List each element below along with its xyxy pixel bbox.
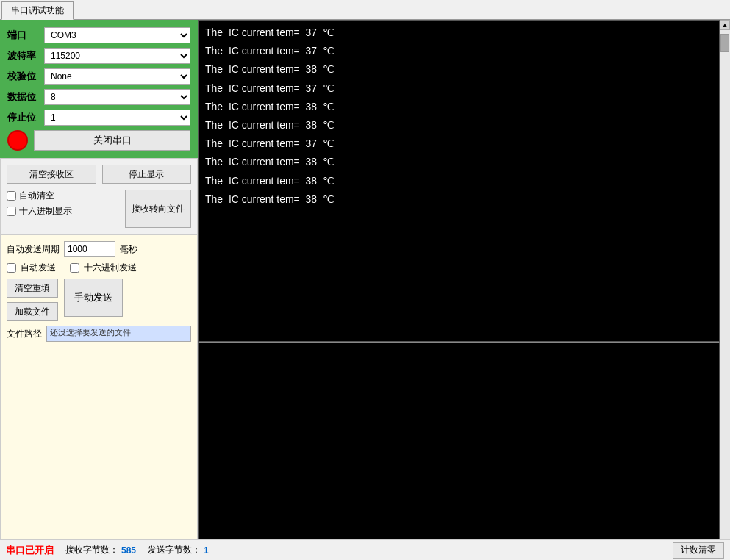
hex-display-label: 十六进制显示	[19, 205, 72, 218]
send-controls-panel: 自动发送周期 毫秒 自动发送 十六进制发送 清空重填 加载文件	[0, 234, 198, 559]
receive-btn-row: 清空接收区 停止显示	[7, 165, 191, 184]
left-panel: 端口 COM3 波特率 115200 校验位 None 数据位	[0, 20, 198, 559]
send-bytes-value: 1	[204, 545, 209, 556]
recv-bytes-label: 接收字节数：	[65, 544, 118, 556]
auto-clear-checkbox[interactable]	[7, 191, 16, 201]
data-line: The IC current tem= 38 ℃	[205, 172, 713, 190]
tab-serial-debug[interactable]: 串口调试功能	[1, 1, 74, 20]
ms-label: 毫秒	[120, 243, 137, 256]
data-line: The IC current tem= 37 ℃	[205, 24, 713, 42]
hex-send-label: 十六进制发送	[84, 262, 137, 274]
databits-label: 数据位	[7, 90, 44, 104]
period-label: 自动发送周期	[7, 243, 60, 256]
scroll-up-arrow[interactable]: ▲	[720, 20, 730, 30]
stopbits-select[interactable]: 1	[44, 110, 190, 126]
serial-open-status: 串口已开启	[6, 544, 54, 557]
port-row: 端口 COM3	[7, 27, 190, 43]
close-port-button[interactable]: 关闭串口	[34, 130, 190, 151]
scroll-track	[720, 30, 730, 549]
file-path-value: 还没选择要发送的文件	[46, 326, 191, 342]
data-line: The IC current tem= 38 ℃	[205, 60, 713, 79]
stopbits-row: 停止位 1	[7, 110, 190, 126]
right-inner: The IC current tem= 37 ℃The IC current t…	[198, 20, 730, 559]
hex-display-row: 十六进制显示	[7, 205, 119, 218]
databits-select[interactable]: 8	[44, 89, 190, 105]
auto-send-checkbox[interactable]	[7, 263, 16, 273]
period-row: 自动发送周期 毫秒	[7, 241, 191, 257]
send-left-btns: 清空重填 加载文件	[7, 279, 58, 321]
data-line: The IC current tem= 38 ℃	[205, 116, 713, 134]
data-line: The IC current tem= 37 ℃	[205, 79, 713, 98]
parity-select[interactable]: None	[44, 68, 190, 85]
send-area-outer: 自动发送周期 毫秒 自动发送 十六进制发送 清空重填 加载文件	[0, 234, 198, 559]
period-input[interactable]	[64, 241, 115, 257]
parity-label: 校验位	[7, 70, 44, 83]
baud-label: 波特率	[7, 49, 44, 62]
hex-send-checkbox[interactable]	[70, 263, 79, 273]
file-path-row: 文件路径 还没选择要发送的文件	[7, 326, 191, 342]
right-scrollbar[interactable]: ▲ ▼	[720, 20, 730, 559]
port-actions: 关闭串口	[7, 130, 190, 151]
connection-indicator	[7, 130, 28, 151]
auto-clear-label: 自动清空	[19, 190, 54, 202]
parity-row: 校验位 None	[7, 68, 190, 85]
port-select[interactable]: COM3	[44, 27, 190, 43]
manual-send-button[interactable]: 手动发送	[64, 279, 123, 317]
port-label: 端口	[7, 29, 44, 42]
count-clear-button[interactable]: 计数清零	[673, 542, 724, 559]
display-column: The IC current tem= 37 ℃The IC current t…	[198, 20, 720, 559]
auto-send-label: 自动发送	[21, 262, 56, 274]
load-file-button[interactable]: 加载文件	[7, 302, 58, 321]
recv-bytes-item: 接收字节数： 585	[65, 544, 136, 556]
stop-display-button[interactable]: 停止显示	[102, 165, 192, 184]
send-checkbox-row: 自动发送 十六进制发送	[7, 262, 191, 274]
scroll-thumb[interactable]	[720, 34, 729, 52]
tab-bar: 串口调试功能	[0, 0, 730, 20]
data-line: The IC current tem= 38 ℃	[205, 98, 713, 116]
checkbox-and-redirect: 自动清空 十六进制显示 接收转向文件	[7, 190, 191, 228]
receive-display[interactable]: The IC current tem= 37 ℃The IC current t…	[198, 20, 720, 342]
send-bytes-item: 发送字节数： 1	[148, 544, 209, 556]
stopbits-label: 停止位	[7, 111, 44, 124]
right-panel: The IC current tem= 37 ℃The IC current t…	[198, 20, 730, 559]
auto-clear-row: 自动清空	[7, 190, 119, 202]
data-line: The IC current tem= 38 ℃	[205, 153, 713, 171]
status-bar: 串口已开启 接收字节数： 585 发送字节数： 1 计数清零	[0, 539, 730, 560]
checkbox-group: 自动清空 十六进制显示	[7, 190, 119, 228]
data-line: The IC current tem= 37 ℃	[205, 134, 713, 153]
baud-row: 波特率 115200	[7, 48, 190, 64]
serial-config-panel: 端口 COM3 波特率 115200 校验位 None 数据位	[0, 20, 198, 158]
recv-bytes-value: 585	[121, 545, 136, 556]
redirect-to-file-button[interactable]: 接收转向文件	[125, 190, 191, 228]
clear-send-button[interactable]: 清空重填	[7, 279, 58, 298]
baud-select[interactable]: 115200	[44, 48, 190, 64]
data-line: The IC current tem= 38 ℃	[205, 190, 713, 209]
clear-receive-button[interactable]: 清空接收区	[7, 165, 96, 184]
hex-display-checkbox[interactable]	[7, 207, 16, 216]
send-bytes-label: 发送字节数：	[148, 544, 201, 556]
main-layout: 端口 COM3 波特率 115200 校验位 None 数据位	[0, 20, 730, 559]
send-display[interactable]	[198, 342, 720, 559]
data-line: The IC current tem= 37 ℃	[205, 42, 713, 60]
databits-row: 数据位 8	[7, 89, 190, 105]
file-path-label: 文件路径	[7, 328, 42, 340]
send-actions-row: 清空重填 加载文件 手动发送	[7, 279, 191, 321]
receive-controls-panel: 清空接收区 停止显示 自动清空 十六进制显示 接收转向文件	[0, 158, 198, 234]
